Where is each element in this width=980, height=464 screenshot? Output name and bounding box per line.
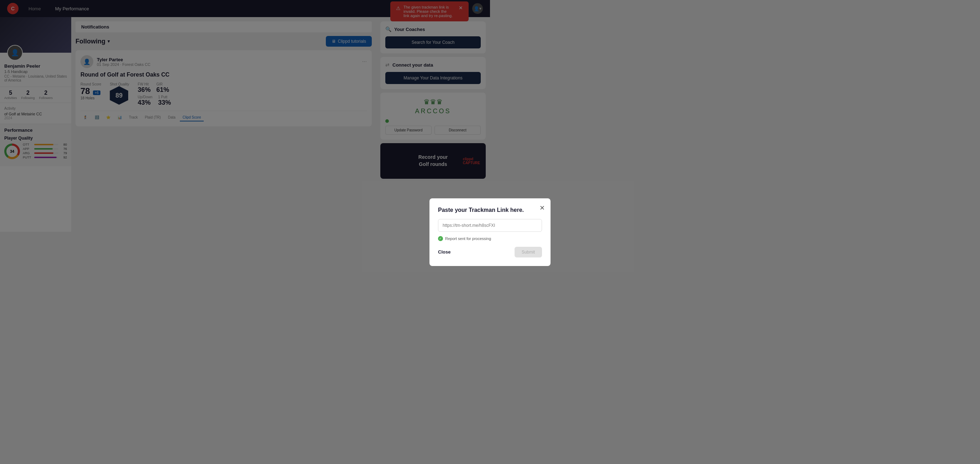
trackman-modal: Paste your Trackman Link here. ✕ ✓ Repor…	[430, 199, 490, 232]
trackman-link-input[interactable]	[438, 219, 490, 232]
modal-title: Paste your Trackman Link here.	[438, 207, 490, 213]
modal-overlay: Paste your Trackman Link here. ✕ ✓ Repor…	[0, 0, 490, 232]
